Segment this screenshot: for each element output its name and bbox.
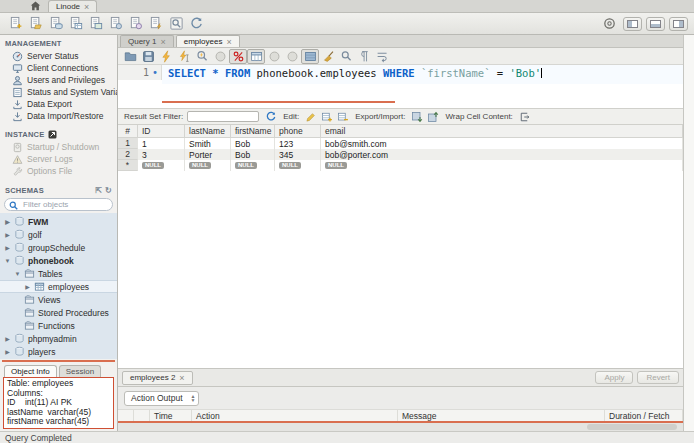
- grid-cell[interactable]: 123: [275, 138, 321, 149]
- tree-item-phpmyadmin[interactable]: ▶phpmyadmin: [0, 332, 117, 345]
- sidebar-item-options-file[interactable]: Options File: [0, 165, 117, 177]
- create-view-icon[interactable]: [86, 15, 106, 32]
- wrap-text-icon[interactable]: [373, 49, 391, 64]
- find-icon[interactable]: [337, 49, 355, 64]
- chevron-down-icon[interactable]: ▼: [4, 258, 11, 264]
- grid-cell[interactable]: 2: [118, 149, 138, 160]
- chevron-right-icon[interactable]: ▶: [4, 231, 11, 238]
- sidebar-item-server-logs[interactable]: Server Logs: [0, 153, 117, 165]
- sidebar-item-data-export[interactable]: Data Export: [0, 98, 117, 110]
- chevron-right-icon[interactable]: ▶: [4, 244, 11, 251]
- create-table-icon[interactable]: [66, 15, 86, 32]
- grid-cell[interactable]: bob@porter.com: [321, 149, 683, 160]
- collapsed-right-panel[interactable]: [683, 35, 694, 431]
- export-recordset-icon[interactable]: [409, 110, 425, 124]
- grid-cell[interactable]: 1: [138, 138, 185, 149]
- close-icon[interactable]: ×: [226, 38, 231, 46]
- toggle-autocommit-icon[interactable]: [229, 49, 247, 64]
- tab-object-info[interactable]: Object Info: [4, 365, 57, 377]
- create-function-icon[interactable]: [126, 15, 146, 32]
- expand-schemas-icon[interactable]: ⇱: [95, 186, 102, 195]
- result-grid[interactable]: #IDlastNamefirstNamephoneemail11SmithBob…: [118, 125, 683, 171]
- toggle-bottom-panel-icon[interactable]: [646, 17, 665, 31]
- tree-item-views[interactable]: Views: [0, 293, 117, 306]
- grid-cell[interactable]: NULL: [231, 160, 275, 171]
- toggle-limit-rows-icon[interactable]: [301, 49, 319, 64]
- table-row[interactable]: 11SmithBob123bob@smith.com: [118, 138, 683, 149]
- close-icon[interactable]: ×: [179, 374, 184, 382]
- toggle-right-panel-icon[interactable]: [669, 17, 688, 31]
- close-icon[interactable]: ×: [160, 38, 165, 46]
- toggle-result-grid-icon[interactable]: [247, 49, 265, 64]
- output-selector[interactable]: Action Output ▲▼: [124, 391, 199, 406]
- tree-item-phonebook[interactable]: ▼phonebook: [0, 254, 117, 267]
- sidebar-item-data-import-restore[interactable]: Data Import/Restore: [0, 110, 117, 122]
- sidebar-item-status-and-system-variables[interactable]: Status and System Variables: [0, 86, 117, 98]
- table-row[interactable]: 23PorterBob345bob@porter.com: [118, 149, 683, 160]
- chevron-right-icon[interactable]: ▶: [4, 335, 11, 342]
- save-script-icon[interactable]: [139, 49, 157, 64]
- grid-cell[interactable]: 345: [275, 149, 321, 160]
- tab-session[interactable]: Session: [59, 365, 101, 377]
- sidebar-item-users-and-privileges[interactable]: Users and Privileges: [0, 74, 117, 86]
- tree-item-fwm[interactable]: ▶FWM: [0, 215, 117, 228]
- tree-item-employees[interactable]: ▶employees: [0, 280, 117, 293]
- apply-button[interactable]: Apply: [595, 371, 633, 384]
- grid-cell[interactable]: NULL: [321, 160, 683, 171]
- tree-item-groupschedule[interactable]: ▶groupSchedule: [0, 241, 117, 254]
- refresh-icon[interactable]: [263, 110, 279, 124]
- grid-cell[interactable]: NULL: [185, 160, 231, 171]
- chevron-right-icon[interactable]: ▶: [24, 283, 31, 290]
- output-scrollbar[interactable]: [118, 423, 683, 431]
- sidebar-divider[interactable]: [2, 360, 115, 362]
- table-row[interactable]: *NULLNULLNULLNULLNULL: [118, 160, 683, 171]
- search-table-data-icon[interactable]: [166, 15, 186, 32]
- sidebar-item-startup-shutdown[interactable]: Startup / Shutdown: [0, 141, 117, 153]
- sidebar-item-server-status[interactable]: Server Status: [0, 50, 117, 62]
- chevron-down-icon[interactable]: ▼: [14, 271, 21, 277]
- tree-item-scavenger[interactable]: ▶scavenger: [0, 358, 117, 359]
- result-tab-employees-2[interactable]: employees 2×: [122, 371, 193, 385]
- result-filter-input[interactable]: [187, 111, 259, 122]
- rollback-icon[interactable]: [283, 49, 301, 64]
- reconnect-dbms-icon[interactable]: [186, 15, 206, 32]
- scrollbar-thumb[interactable]: [587, 424, 677, 430]
- open-sql-script-icon[interactable]: [26, 15, 46, 32]
- grid-cell[interactable]: NULL: [138, 160, 185, 171]
- tree-item-players[interactable]: ▶players: [0, 345, 117, 358]
- new-sql-tab-icon[interactable]: [6, 15, 26, 32]
- clear-query-icon[interactable]: [319, 49, 337, 64]
- grid-cell[interactable]: bob@smith.com: [321, 138, 683, 149]
- schema-filter-input[interactable]: [21, 199, 101, 210]
- create-procedure-icon[interactable]: [106, 15, 126, 32]
- tab-query-1[interactable]: Query 1×: [120, 35, 174, 47]
- grid-cell[interactable]: 3: [138, 149, 185, 160]
- refresh-schemas-icon[interactable]: ↻: [105, 186, 112, 195]
- stop-icon[interactable]: [211, 49, 229, 64]
- import-records-icon[interactable]: [425, 110, 441, 124]
- grid-cell[interactable]: Porter: [185, 149, 231, 160]
- sql-code-editor[interactable]: 1• SELECT * FROM phonebook.employees WHE…: [118, 65, 683, 103]
- create-trigger-icon[interactable]: [146, 15, 166, 32]
- delete-row-icon[interactable]: [335, 110, 351, 124]
- tab-employees[interactable]: employees×: [176, 35, 240, 47]
- tree-item-functions[interactable]: Functions: [0, 319, 117, 332]
- wrap-cell-icon[interactable]: [517, 110, 533, 124]
- tree-item-stored-procedures[interactable]: Stored Procedures: [0, 306, 117, 319]
- grid-cell[interactable]: 1: [118, 138, 138, 149]
- chevron-right-icon[interactable]: ▶: [4, 348, 11, 355]
- grid-cell[interactable]: NULL: [275, 160, 321, 171]
- sidebar-item-client-connections[interactable]: Client Connections: [0, 62, 117, 74]
- connection-tab-linode[interactable]: Linode ×: [48, 0, 97, 12]
- toggle-left-panel-icon[interactable]: [623, 17, 642, 31]
- create-schema-icon[interactable]: [46, 15, 66, 32]
- grid-cell[interactable]: Bob: [231, 138, 275, 149]
- grid-cell[interactable]: Smith: [185, 138, 231, 149]
- edit-record-icon[interactable]: [303, 110, 319, 124]
- execute-icon[interactable]: [157, 49, 175, 64]
- execute-current-icon[interactable]: [175, 49, 193, 64]
- close-icon[interactable]: ×: [84, 3, 89, 11]
- insert-row-icon[interactable]: [319, 110, 335, 124]
- revert-button[interactable]: Revert: [637, 371, 679, 384]
- open-script-icon[interactable]: [121, 49, 139, 64]
